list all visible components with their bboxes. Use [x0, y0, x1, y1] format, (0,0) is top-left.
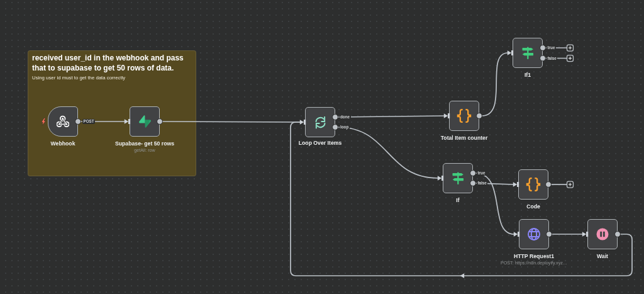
wire-label-done: done: [340, 115, 351, 120]
wire-total-if1[interactable]: [482, 53, 508, 116]
wire-label-false: false: [477, 181, 487, 186]
caption-wait: Wait: [533, 253, 644, 260]
wire-label-true: true: [477, 171, 486, 176]
caption-total: Total Item counter: [395, 135, 533, 142]
add-node-buttons: [567, 45, 574, 188]
wire-loop-done-total[interactable]: [338, 116, 445, 117]
add-node-button[interactable]: [567, 45, 574, 51]
wire-label-false: false: [547, 56, 557, 61]
caption-loop: Loop Over Items: [251, 140, 389, 147]
subcaption-http: POST: https://n8n.deployify.xyz…: [465, 260, 603, 266]
workflow-canvas[interactable]: received user_id in the webhook and pass…: [0, 0, 644, 294]
caption-if1: If1: [458, 72, 597, 79]
add-node-button[interactable]: [567, 55, 574, 62]
wire-label-true: true: [547, 45, 556, 50]
wire-arrowheads: [125, 50, 586, 278]
wire-label-post: POST: [82, 119, 95, 124]
caption-code: Code: [464, 203, 602, 210]
add-node-button[interactable]: [567, 181, 574, 188]
wire-label-loop: loop: [340, 125, 350, 130]
caption-supabase: Supabase- get 50 rows: [75, 140, 214, 147]
subcaption-supabase: getAll: row: [75, 147, 214, 153]
wire-supabase-loop[interactable]: [162, 122, 301, 122]
